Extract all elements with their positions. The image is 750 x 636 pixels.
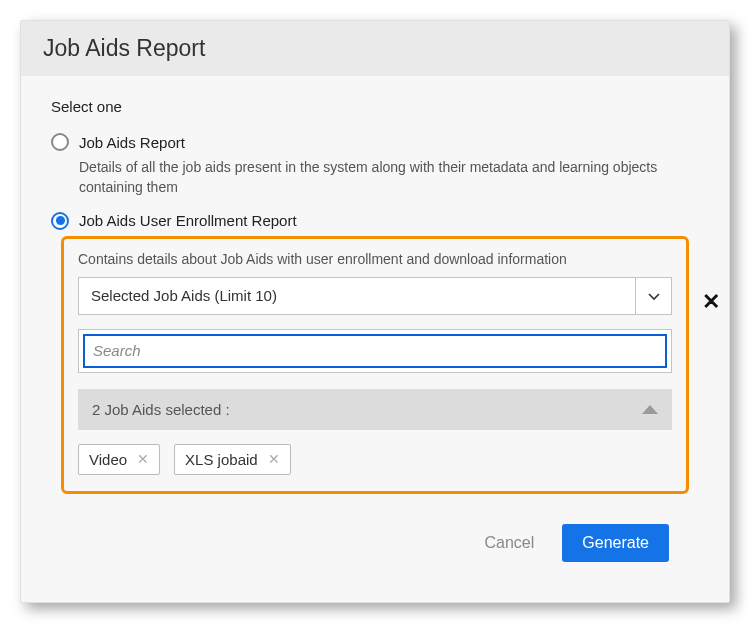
search-input[interactable] [83, 334, 667, 368]
selected-count-bar[interactable]: 2 Job Aids selected : [78, 389, 672, 430]
collapse-triangle-icon [642, 405, 658, 414]
chip-label: XLS jobaid [185, 451, 258, 468]
close-icon[interactable]: ✕ [702, 289, 720, 315]
radio-label: Job Aids Report [79, 134, 185, 151]
cancel-button[interactable]: Cancel [484, 534, 534, 552]
modal-title: Job Aids Report [43, 35, 707, 62]
generate-button[interactable]: Generate [562, 524, 669, 562]
chip-remove-icon[interactable]: ✕ [268, 451, 280, 467]
chip-label: Video [89, 451, 127, 468]
select-label: Selected Job Aids (Limit 10) [79, 278, 635, 314]
chevron-down-icon [635, 278, 671, 314]
chip-xls-jobaid[interactable]: XLS jobaid ✕ [174, 444, 291, 475]
job-aids-report-modal: Job Aids Report Select one Job Aids Repo… [20, 20, 730, 603]
radio-label: Job Aids User Enrollment Report [79, 212, 297, 229]
radio-icon-unselected [51, 133, 69, 151]
radio-description: Details of all the job aids present in t… [79, 157, 699, 198]
selected-chips: Video ✕ XLS jobaid ✕ [78, 444, 672, 475]
radio-icon-selected [51, 212, 69, 230]
modal-footer: Cancel Generate [51, 524, 699, 584]
chip-video[interactable]: Video ✕ [78, 444, 160, 475]
selected-count-text: 2 Job Aids selected : [92, 401, 230, 418]
radio-option-job-aids-report[interactable]: Job Aids Report [51, 133, 699, 151]
chip-remove-icon[interactable]: ✕ [137, 451, 149, 467]
radio-dot-icon [56, 216, 65, 225]
select-one-heading: Select one [51, 98, 699, 115]
radio-option-user-enrollment-report[interactable]: Job Aids User Enrollment Report [51, 212, 699, 230]
modal-titlebar: Job Aids Report [21, 21, 729, 76]
panel-description: Contains details about Job Aids with use… [78, 251, 672, 267]
search-input-wrap [78, 329, 672, 373]
modal-body: Select one Job Aids Report Details of al… [21, 76, 729, 602]
job-aids-select[interactable]: Selected Job Aids (Limit 10) [78, 277, 672, 315]
enrollment-report-panel: ✕ Contains details about Job Aids with u… [61, 236, 689, 494]
